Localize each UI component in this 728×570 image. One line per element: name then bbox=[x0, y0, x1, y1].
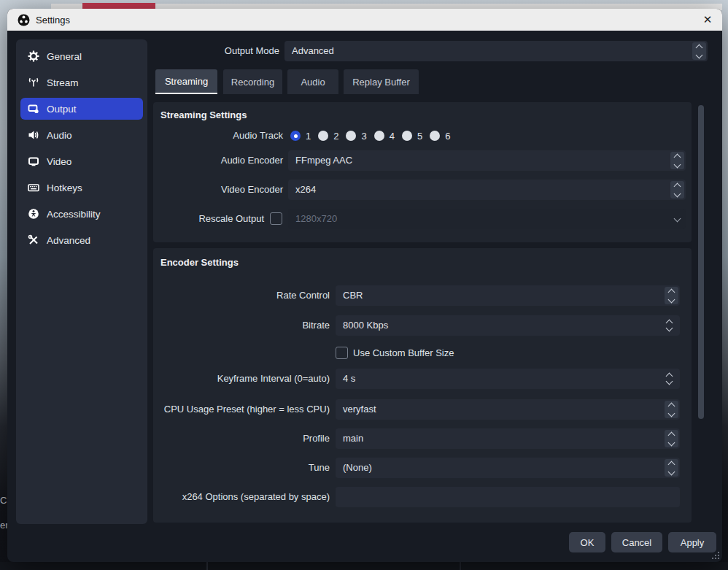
tab-replay-buffer[interactable]: Replay Buffer bbox=[344, 69, 419, 94]
radio-icon bbox=[374, 131, 384, 141]
sidebar-item-label: Video bbox=[47, 156, 71, 167]
sidebar-item-stream[interactable]: Stream bbox=[20, 72, 143, 93]
sidebar-item-audio[interactable]: Audio bbox=[20, 124, 143, 146]
audio-encoder-label: Audio Encoder bbox=[153, 150, 283, 171]
sidebar-item-label: Hotkeys bbox=[47, 182, 82, 193]
keyframe-interval-label: Keyframe Interval (0=auto) bbox=[153, 369, 330, 389]
sidebar-item-label: Audio bbox=[47, 130, 72, 141]
audio-track-option-3[interactable]: 3 bbox=[346, 131, 366, 142]
audio-track-option-4[interactable]: 4 bbox=[374, 131, 395, 142]
sidebar-item-label: Accessibility bbox=[47, 209, 101, 220]
scrollbar-handle[interactable] bbox=[698, 105, 704, 419]
bitrate-label: Bitrate bbox=[153, 315, 330, 336]
output-mode-label: Output Mode bbox=[153, 41, 279, 61]
spinner-arrows-icon bbox=[670, 152, 684, 169]
output-mode-select[interactable]: Advanced bbox=[284, 41, 708, 61]
audio-track-option-1[interactable]: 1 bbox=[290, 131, 311, 142]
settings-sidebar: General Stream Output Audio Video Hotkey… bbox=[16, 39, 147, 524]
title-bar: Settings ✕ bbox=[7, 9, 722, 31]
apply-button[interactable]: Apply bbox=[668, 532, 716, 552]
sidebar-item-label: Output bbox=[47, 104, 77, 115]
cpu-usage-preset-label: CPU Usage Preset (higher = less CPU) bbox=[153, 399, 330, 420]
sidebar-item-output[interactable]: Output bbox=[20, 98, 143, 120]
tune-label: Tune bbox=[153, 458, 330, 478]
spinner-arrows-icon bbox=[670, 181, 684, 199]
obs-logo-icon bbox=[18, 14, 30, 26]
spinner-arrows-icon bbox=[664, 370, 674, 388]
use-custom-buffer-checkbox[interactable] bbox=[336, 347, 348, 359]
vertical-scrollbar bbox=[697, 104, 705, 523]
audio-track-label: Audio Track bbox=[153, 126, 283, 146]
use-custom-buffer-label: Use Custom Buffer Size bbox=[353, 347, 454, 358]
tune-select[interactable]: (None) bbox=[336, 458, 680, 478]
rate-control-label: Rate Control bbox=[153, 285, 330, 306]
output-mode-value: Advanced bbox=[292, 41, 334, 61]
sidebar-item-advanced[interactable]: Advanced bbox=[20, 229, 143, 251]
sidebar-item-accessibility[interactable]: Accessibility bbox=[20, 203, 143, 225]
encoder-settings-panel: Encoder Settings Rate Control CBR Bitrat… bbox=[153, 248, 692, 523]
radio-icon bbox=[346, 131, 356, 141]
sidebar-item-hotkeys[interactable]: Hotkeys bbox=[20, 177, 143, 199]
video-encoder-label: Video Encoder bbox=[153, 180, 283, 200]
profile-select[interactable]: main bbox=[336, 428, 680, 449]
spinner-arrows-icon bbox=[665, 287, 678, 304]
streaming-settings-title: Streaming Settings bbox=[160, 109, 247, 120]
sidebar-item-label: Advanced bbox=[47, 235, 90, 246]
rescale-output-label: Rescale Output bbox=[153, 209, 264, 229]
tab-streaming[interactable]: Streaming bbox=[155, 69, 217, 94]
gear-icon bbox=[28, 50, 39, 62]
audio-track-option-5[interactable]: 5 bbox=[402, 131, 422, 142]
broadcast-icon bbox=[28, 77, 39, 88]
tools-icon bbox=[28, 234, 39, 246]
rescale-output-select[interactable]: 1280x720 bbox=[288, 209, 686, 229]
bitrate-spinbox[interactable]: 8000 Kbps bbox=[336, 315, 680, 336]
radio-icon bbox=[430, 131, 440, 141]
spinner-arrows-icon bbox=[692, 42, 706, 60]
background-divider bbox=[206, 562, 208, 570]
keyboard-icon bbox=[28, 182, 39, 193]
audio-encoder-select[interactable]: FFmpeg AAC bbox=[288, 150, 686, 171]
radio-icon bbox=[318, 131, 328, 141]
background-bottom-dock bbox=[0, 562, 728, 570]
streaming-settings-panel: Streaming Settings Audio Track 1 2 3 4 5… bbox=[153, 102, 692, 242]
sidebar-item-video[interactable]: Video bbox=[20, 150, 143, 172]
audio-track-option-2[interactable]: 2 bbox=[318, 131, 338, 142]
cpu-usage-preset-select[interactable]: veryfast bbox=[336, 399, 680, 420]
settings-dialog: Settings ✕ General Stream Output Audio V… bbox=[7, 9, 722, 562]
spinner-arrows-icon bbox=[665, 430, 678, 447]
radio-icon bbox=[402, 131, 412, 141]
speaker-icon bbox=[28, 129, 39, 141]
tab-recording[interactable]: Recording bbox=[223, 69, 282, 94]
radio-selected-icon bbox=[290, 131, 301, 141]
sidebar-item-label: Stream bbox=[47, 77, 79, 88]
ok-button[interactable]: OK bbox=[569, 532, 605, 552]
keyframe-interval-spinbox[interactable]: 4 s bbox=[336, 369, 680, 389]
x264-options-input[interactable] bbox=[336, 487, 680, 507]
audio-track-option-6[interactable]: 6 bbox=[430, 131, 450, 142]
rate-control-select[interactable]: CBR bbox=[336, 285, 680, 306]
encoder-settings-title: Encoder Settings bbox=[160, 257, 239, 268]
tab-audio[interactable]: Audio bbox=[287, 69, 338, 94]
profile-label: Profile bbox=[153, 428, 330, 449]
output-icon bbox=[28, 103, 39, 115]
sidebar-item-label: General bbox=[47, 51, 82, 62]
spinner-arrows-icon bbox=[664, 317, 674, 334]
sidebar-item-general[interactable]: General bbox=[20, 45, 143, 67]
chevron-down-icon bbox=[670, 210, 684, 228]
resize-grip[interactable] bbox=[712, 552, 719, 559]
audio-track-radio-group: 1 2 3 4 5 6 bbox=[290, 126, 450, 146]
rescale-output-checkbox[interactable] bbox=[270, 212, 282, 225]
cancel-button[interactable]: Cancel bbox=[611, 532, 662, 552]
close-button[interactable]: ✕ bbox=[700, 12, 715, 27]
window-title: Settings bbox=[36, 15, 70, 26]
accessibility-icon bbox=[28, 208, 39, 220]
spinner-arrows-icon bbox=[665, 401, 678, 418]
monitor-icon bbox=[28, 155, 39, 167]
x264-options-label: x264 Options (separated by space) bbox=[153, 487, 330, 507]
background-divider bbox=[460, 562, 461, 570]
video-encoder-select[interactable]: x264 bbox=[288, 180, 686, 200]
spinner-arrows-icon bbox=[665, 459, 678, 477]
